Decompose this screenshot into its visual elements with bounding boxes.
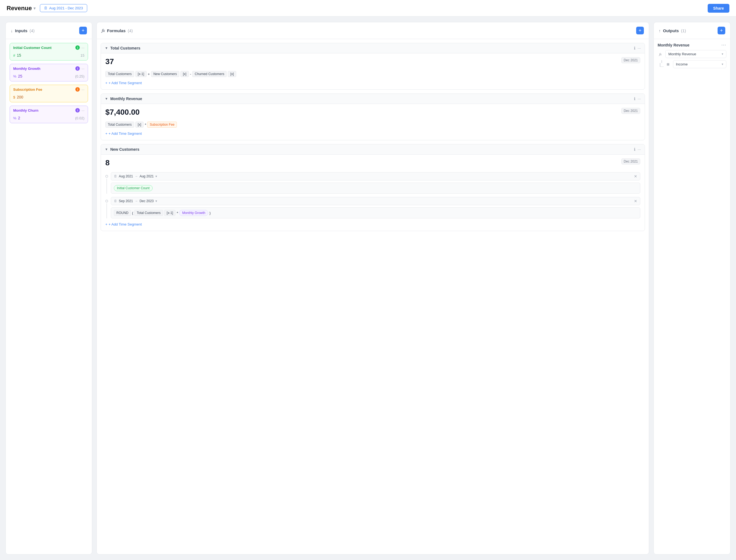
monthly-revenue-expr: Total Customers [x] * Subscription Fee [105,122,640,128]
initial-customer-count-value[interactable]: 15 [17,53,21,57]
close-paren: ) [209,211,210,215]
segment-1-date-to: Aug 2021 [139,174,153,178]
formula-card-new-customers: ▼ New Customers ℹ ··· 8 Dec 2021 [101,144,645,231]
percent-icon: % [13,74,17,78]
info-icon-total-customers[interactable]: ℹ [634,46,635,50]
time-segment-2: 🗓 Sep 2021 → Dec 2023 ▾ ✕ ROUND [105,197,640,218]
chevron-down-icon[interactable]: ▾ [34,6,35,10]
share-button[interactable]: Share [708,4,729,13]
type-select-tree-row: ⊞ Income ▾ [658,60,726,70]
info-icon-purple[interactable]: i [75,66,80,71]
formulas-panel-header: 𝑓𝑥 Formulas (4) + [97,22,649,39]
total-customers-value: 37 [105,57,114,66]
x-minus-1-token: [x-1] [164,210,175,216]
add-formula-button[interactable]: + [636,27,644,34]
expr-token: [x] [180,71,189,77]
monthly-churn-label: Monthly Churn [13,108,39,112]
type-select-value: Income [676,62,688,66]
info-icon-new-customers[interactable]: ℹ [634,147,635,152]
date-range-label: Aug 2021 - Dec 2023 [49,6,83,10]
monthly-churn-value[interactable]: 2 [18,116,20,120]
segment-expr-2: ROUND ( Total Customers [x-1] * Monthly … [111,207,640,218]
output-item-monthly-revenue: Monthly Revenue ··· 𝑓𝑥 Monthly Revenue ▾ [658,43,726,70]
formula-card-monthly-revenue: ▼ Monthly Revenue ℹ ··· $7,400.00 Dec 20… [101,94,645,140]
expr-token-subscription-fee: Subscription Fee [147,122,177,128]
add-input-button[interactable]: + [79,27,87,34]
segment-close-1[interactable]: ✕ [634,174,637,179]
inputs-panel-header: ↓ Inputs (4) + [6,22,92,39]
input-card-monthly-churn: Monthly Churn i ··· % 2 (0.02) [10,106,88,123]
monthly-churn-display: (0.02) [75,116,84,120]
info-icon-monthly-revenue[interactable]: ℹ [634,97,635,101]
new-customers-date: Dec 2021 [621,158,640,164]
app-title-text: Revenue [7,5,32,12]
monthly-growth-display: (0.25) [75,74,84,78]
app-title: Revenue ▾ [7,5,35,12]
output-label: Monthly Revenue ··· [658,43,726,47]
initial-customer-count-label: Initial Customer Count [13,46,51,50]
input-card-subscription-fee: Subscription Fee i ··· $ 200 [10,85,88,102]
formulas-title-text: Formulas [107,28,126,33]
formulas-body: ▼ Total Customers ℹ ··· 37 Dec 2021 Tota… [97,39,649,235]
collapse-button-new-customers[interactable]: ▼ [105,147,108,151]
formula-select-box[interactable]: Monthly Revenue ▾ [665,50,726,58]
monthly-growth-value[interactable]: 25 [18,74,23,78]
date-range-button[interactable]: 🗓 Aug 2021 - Dec 2023 [40,4,87,12]
input-card-initial-customer-count: Initial Customer Count i ··· # 15 15 [10,43,88,61]
time-segment-1: 🗓 Aug 2021 → Aug 2021 ▾ ✕ Initial Custom… [105,172,640,194]
expr-token: [x] [135,122,144,128]
expr-op: * [145,123,146,127]
add-time-segment-new-customers[interactable]: + + Add Time Segment [105,222,142,227]
input-card-green-header: Initial Customer Count i ··· [10,43,88,51]
chevron-seg2[interactable]: ▾ [155,199,157,203]
outputs-panel: ↑ Outputs (1) + Monthly Revenue ··· 𝑓𝑥 M… [653,22,730,554]
type-select-box[interactable]: Income ▾ [673,60,727,68]
total-customers-date: Dec 2021 [621,57,640,63]
more-icon[interactable]: ··· [81,87,84,92]
segment-2-date-from: Sep 2021 [119,199,133,203]
add-time-segment-monthly-revenue[interactable]: + + Add Time Segment [105,131,142,136]
info-icon-green[interactable]: i [75,45,80,50]
open-paren: ( [132,211,133,215]
monthly-revenue-title: Monthly Revenue [110,97,142,101]
outputs-icon: ↑ [659,28,661,33]
collapse-button-monthly-revenue[interactable]: ▼ [105,97,108,101]
input-card-icons: i ··· [75,45,84,50]
inputs-panel: ↓ Inputs (4) + Initial Customer Count i … [6,22,92,554]
formulas-panel: 𝑓𝑥 Formulas (4) + ▼ Total Customers ℹ ··… [97,22,649,554]
input-card-monthly-growth: Monthly Growth i ··· % 25 (0.25) [10,64,88,81]
formulas-count: (4) [128,28,133,33]
subscription-fee-label: Subscription Fee [13,87,42,92]
add-output-button[interactable]: + [718,27,725,34]
segment-line-2 [106,203,107,218]
more-icon-output[interactable]: ··· [721,43,726,47]
segment-close-2[interactable]: ✕ [634,199,637,203]
output-monthly-revenue-label: Monthly Revenue [658,43,690,47]
inputs-icon: ↓ [11,28,13,33]
info-icon-orange[interactable]: i [75,87,80,92]
main-content: ↓ Inputs (4) + Initial Customer Count i … [0,17,736,560]
total-customers-token: Total Customers [134,210,163,216]
calendar-icon: 🗓 [44,6,48,10]
more-icon-monthly-revenue[interactable]: ··· [638,97,641,101]
outputs-body: Monthly Revenue ··· 𝑓𝑥 Monthly Revenue ▾ [654,39,730,77]
more-icon-new-customers[interactable]: ··· [638,147,641,152]
expr-token: New Customers [151,71,179,77]
more-icon[interactable]: ··· [81,46,84,50]
info-icon-lavender[interactable]: i [75,108,80,112]
expr-token: [x] [228,71,236,77]
chevron-down-icon: ▾ [722,52,723,56]
total-customers-title: Total Customers [110,46,140,50]
segment-1-date-from: Aug 2021 [119,174,133,178]
chevron-seg1[interactable]: ▾ [155,174,157,178]
subscription-fee-value[interactable]: 200 [17,95,23,99]
monthly-growth-label: Monthly Growth [13,67,40,71]
more-icon-total-customers[interactable]: ··· [638,46,641,50]
more-icon[interactable]: ··· [81,108,84,112]
collapse-button-total-customers[interactable]: ▼ [105,46,108,50]
add-time-segment-total-customers[interactable]: + + Add Time Segment [105,80,142,86]
more-icon[interactable]: ··· [81,67,84,71]
formula-new-customers-body: 8 Dec 2021 🗓 Aug [101,155,645,231]
grid-icon: # [13,53,15,57]
segment-date-row-2: 🗓 Sep 2021 → Dec 2023 ▾ ✕ [111,197,640,205]
